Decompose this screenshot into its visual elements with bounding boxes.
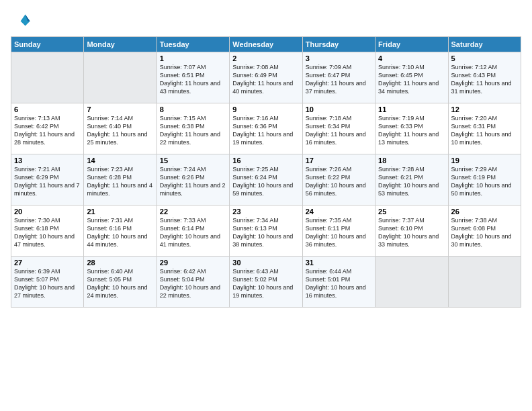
calendar-cell: 22Sunrise: 7:33 AM Sunset: 6:14 PM Dayli… (157, 205, 229, 257)
day-number: 10 (306, 105, 372, 113)
day-info: Sunrise: 7:25 AM Sunset: 6:24 PM Dayligh… (232, 165, 299, 198)
calendar-cell: 5Sunrise: 7:12 AM Sunset: 6:43 PM Daylig… (448, 52, 521, 103)
calendar-cell: 29Sunrise: 6:42 AM Sunset: 5:04 PM Dayli… (157, 257, 229, 308)
day-number: 19 (451, 156, 518, 165)
day-info: Sunrise: 7:31 AM Sunset: 6:16 PM Dayligh… (87, 216, 153, 249)
day-number: 23 (232, 208, 299, 216)
day-info: Sunrise: 7:33 AM Sunset: 6:14 PM Dayligh… (160, 216, 226, 249)
calendar-cell (84, 52, 157, 103)
day-info: Sunrise: 6:39 AM Sunset: 5:07 PM Dayligh… (14, 267, 81, 300)
calendar-cell: 19Sunrise: 7:29 AM Sunset: 6:19 PM Dayli… (448, 154, 521, 205)
day-info: Sunrise: 7:21 AM Sunset: 6:29 PM Dayligh… (14, 165, 81, 198)
day-info: Sunrise: 7:24 AM Sunset: 6:26 PM Dayligh… (160, 165, 226, 198)
day-number: 29 (160, 259, 226, 267)
day-info: Sunrise: 7:16 AM Sunset: 6:36 PM Dayligh… (232, 114, 299, 147)
day-number: 16 (232, 156, 299, 165)
day-info: Sunrise: 7:09 AM Sunset: 6:47 PM Dayligh… (306, 63, 372, 96)
day-info: Sunrise: 7:13 AM Sunset: 6:42 PM Dayligh… (14, 114, 81, 147)
calendar-cell: 17Sunrise: 7:26 AM Sunset: 6:22 PM Dayli… (302, 154, 375, 205)
logo-icon (12, 11, 31, 30)
day-info: Sunrise: 7:26 AM Sunset: 6:22 PM Dayligh… (306, 165, 372, 198)
day-number: 26 (451, 208, 518, 216)
calendar-cell: 12Sunrise: 7:20 AM Sunset: 6:31 PM Dayli… (448, 103, 521, 154)
calendar-cell: 24Sunrise: 7:35 AM Sunset: 6:11 PM Dayli… (302, 205, 375, 257)
day-info: Sunrise: 7:07 AM Sunset: 6:51 PM Dayligh… (160, 63, 226, 96)
calendar-cell: 15Sunrise: 7:24 AM Sunset: 6:26 PM Dayli… (157, 154, 229, 205)
day-number: 30 (232, 259, 299, 267)
day-number: 28 (87, 259, 153, 267)
day-info: Sunrise: 7:15 AM Sunset: 6:38 PM Dayligh… (160, 114, 226, 147)
calendar-cell: 13Sunrise: 7:21 AM Sunset: 6:29 PM Dayli… (11, 154, 84, 205)
day-info: Sunrise: 7:18 AM Sunset: 6:34 PM Dayligh… (306, 114, 372, 147)
day-number: 7 (87, 105, 153, 113)
day-number: 14 (87, 156, 153, 165)
calendar-cell: 21Sunrise: 7:31 AM Sunset: 6:16 PM Dayli… (84, 205, 157, 257)
day-info: Sunrise: 7:19 AM Sunset: 6:33 PM Dayligh… (378, 114, 445, 147)
weekday-header: Monday (84, 37, 157, 52)
calendar-cell: 27Sunrise: 6:39 AM Sunset: 5:07 PM Dayli… (11, 257, 84, 308)
calendar-cell (448, 257, 521, 308)
day-info: Sunrise: 7:10 AM Sunset: 6:45 PM Dayligh… (378, 63, 445, 96)
calendar-cell: 8Sunrise: 7:15 AM Sunset: 6:38 PM Daylig… (157, 103, 229, 154)
day-number: 25 (378, 208, 445, 216)
calendar-cell: 14Sunrise: 7:23 AM Sunset: 6:28 PM Dayli… (84, 154, 157, 205)
calendar-cell: 26Sunrise: 7:38 AM Sunset: 6:08 PM Dayli… (448, 205, 521, 257)
day-number: 9 (232, 105, 299, 113)
day-info: Sunrise: 7:35 AM Sunset: 6:11 PM Dayligh… (306, 216, 372, 249)
day-info: Sunrise: 7:29 AM Sunset: 6:19 PM Dayligh… (451, 165, 518, 198)
day-number: 22 (160, 208, 226, 216)
calendar-cell (11, 52, 84, 103)
calendar-cell: 28Sunrise: 6:40 AM Sunset: 5:05 PM Dayli… (84, 257, 157, 308)
day-number: 20 (14, 208, 81, 216)
calendar-cell: 6Sunrise: 7:13 AM Sunset: 6:42 PM Daylig… (11, 103, 84, 154)
weekday-header: Sunday (11, 37, 84, 52)
day-number: 31 (306, 259, 372, 267)
day-info: Sunrise: 7:34 AM Sunset: 6:13 PM Dayligh… (232, 216, 299, 249)
day-number: 5 (451, 54, 518, 62)
day-number: 21 (87, 208, 153, 216)
calendar-cell: 11Sunrise: 7:19 AM Sunset: 6:33 PM Dayli… (375, 103, 448, 154)
calendar-cell: 18Sunrise: 7:28 AM Sunset: 6:21 PM Dayli… (375, 154, 448, 205)
day-info: Sunrise: 6:43 AM Sunset: 5:02 PM Dayligh… (232, 267, 299, 300)
day-info: Sunrise: 7:38 AM Sunset: 6:08 PM Dayligh… (451, 216, 518, 249)
day-number: 11 (378, 105, 445, 113)
day-number: 15 (160, 156, 226, 165)
calendar-table: SundayMondayTuesdayWednesdayThursdayFrid… (11, 36, 521, 308)
day-number: 6 (14, 105, 81, 113)
calendar-cell: 10Sunrise: 7:18 AM Sunset: 6:34 PM Dayli… (302, 103, 375, 154)
day-info: Sunrise: 7:28 AM Sunset: 6:21 PM Dayligh… (378, 165, 445, 198)
weekday-header: Saturday (448, 37, 521, 52)
day-number: 27 (14, 259, 81, 267)
day-info: Sunrise: 6:42 AM Sunset: 5:04 PM Dayligh… (160, 267, 226, 300)
calendar-cell: 3Sunrise: 7:09 AM Sunset: 6:47 PM Daylig… (302, 52, 375, 103)
calendar-cell: 30Sunrise: 6:43 AM Sunset: 5:02 PM Dayli… (230, 257, 302, 308)
day-number: 4 (378, 54, 445, 62)
calendar-cell: 25Sunrise: 7:37 AM Sunset: 6:10 PM Dayli… (375, 205, 448, 257)
header (11, 8, 521, 32)
day-info: Sunrise: 7:23 AM Sunset: 6:28 PM Dayligh… (87, 165, 153, 198)
day-info: Sunrise: 6:40 AM Sunset: 5:05 PM Dayligh… (87, 267, 153, 300)
day-number: 3 (306, 54, 372, 62)
day-number: 13 (14, 156, 81, 165)
day-number: 1 (160, 54, 226, 62)
calendar-cell: 20Sunrise: 7:30 AM Sunset: 6:18 PM Dayli… (11, 205, 84, 257)
weekday-header: Thursday (302, 37, 375, 52)
day-info: Sunrise: 7:12 AM Sunset: 6:43 PM Dayligh… (451, 63, 518, 96)
calendar-cell: 4Sunrise: 7:10 AM Sunset: 6:45 PM Daylig… (375, 52, 448, 103)
day-info: Sunrise: 7:08 AM Sunset: 6:49 PM Dayligh… (232, 63, 299, 96)
day-number: 18 (378, 156, 445, 165)
weekday-header: Friday (375, 37, 448, 52)
weekday-header: Wednesday (230, 37, 302, 52)
logo (11, 11, 32, 32)
calendar-cell: 23Sunrise: 7:34 AM Sunset: 6:13 PM Dayli… (230, 205, 302, 257)
day-number: 8 (160, 105, 226, 113)
day-number: 2 (232, 54, 299, 62)
calendar-cell: 1Sunrise: 7:07 AM Sunset: 6:51 PM Daylig… (157, 52, 229, 103)
calendar-cell: 9Sunrise: 7:16 AM Sunset: 6:36 PM Daylig… (230, 103, 302, 154)
weekday-header: Tuesday (157, 37, 229, 52)
calendar-cell: 16Sunrise: 7:25 AM Sunset: 6:24 PM Dayli… (230, 154, 302, 205)
day-info: Sunrise: 7:37 AM Sunset: 6:10 PM Dayligh… (378, 216, 445, 249)
calendar-cell: 7Sunrise: 7:14 AM Sunset: 6:40 PM Daylig… (84, 103, 157, 154)
day-number: 24 (306, 208, 372, 216)
day-number: 17 (306, 156, 372, 165)
